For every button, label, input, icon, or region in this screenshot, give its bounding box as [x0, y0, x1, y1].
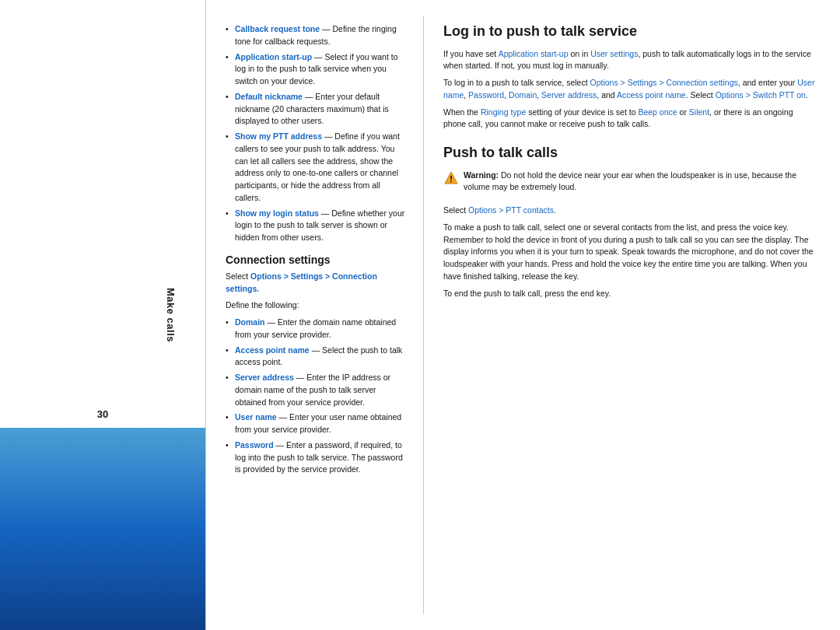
login-section: Log in to push to talk service If you ha… [443, 23, 817, 131]
beep-once-link[interactable]: Beep once [638, 107, 677, 117]
ringing-type-link[interactable]: Ringing type [481, 107, 526, 117]
list-item: Show my login status — Define whether yo… [226, 208, 408, 244]
options-ptt-contacts-link[interactable]: Options > PTT contacts [468, 205, 554, 215]
show-login-link[interactable]: Show my login status [235, 208, 319, 218]
connection-settings-section: Connection settings Select Options > Set… [226, 254, 408, 476]
password-link-r[interactable]: Password [468, 90, 504, 100]
sidebar-label: Make calls [164, 288, 176, 342]
options-settings-conn-link[interactable]: Options > Settings > Connection settings [590, 78, 738, 87]
push-to-talk-title: Push to talk calls [443, 145, 817, 162]
list-item: Password — Enter a password, if required… [226, 439, 408, 476]
server-address-link-r[interactable]: Server address [541, 90, 597, 100]
list-item: Access point name — Select the push to t… [226, 345, 408, 369]
show-ptt-link[interactable]: Show my PTT address [235, 131, 322, 141]
domain-link-r[interactable]: Domain [509, 90, 537, 100]
list-item: Default nickname — Enter your default ni… [226, 91, 408, 128]
default-nickname-link[interactable]: Default nickname [235, 92, 303, 101]
warning-icon: ! [443, 170, 459, 186]
sidebar-label-container: Make calls [164, 288, 176, 342]
ptt-select-text: Select Options > PTT contacts. [443, 205, 817, 217]
sidebar-gradient [0, 428, 205, 630]
page-container: Make calls 30 Callback request tone — De… [0, 0, 840, 630]
app-startup-link[interactable]: Application start-up [235, 52, 312, 61]
list-item: Server address — Enter the IP address or… [226, 372, 408, 408]
list-item: Domain — Enter the domain name obtained … [226, 317, 408, 341]
ptt-instruction-text: To make a push to talk call, select one … [443, 222, 817, 283]
select-options-text: Select Options > Settings > Connection s… [226, 271, 408, 296]
callback-tone-link[interactable]: Callback request tone [235, 24, 320, 33]
ptt-end-text: To end the push to talk call, press the … [443, 288, 817, 300]
domain-link[interactable]: Domain [235, 317, 265, 327]
access-point-link-r[interactable]: Access point name [617, 90, 686, 100]
svg-text:!: ! [450, 174, 453, 184]
login-title: Log in to push to talk service [443, 23, 817, 40]
user-name-link[interactable]: User name [235, 412, 277, 422]
left-column: Callback request tone — Define the ringi… [206, 16, 424, 614]
silent-link[interactable]: Silent [689, 107, 709, 117]
login-para-3: When the Ringing type setting of your de… [443, 107, 817, 131]
server-address-link[interactable]: Server address [235, 373, 294, 382]
right-column: Log in to push to talk service If you ha… [424, 16, 840, 614]
list-item: Callback request tone — Define the ringi… [226, 23, 408, 48]
login-para-2: To log in to a push to talk service, sel… [443, 77, 817, 102]
list-item: Application start-up — Select if you wan… [226, 51, 408, 88]
push-to-talk-section: Push to talk calls ! Warning: Do not hol… [443, 145, 817, 299]
switch-ptt-on-link[interactable]: Options > Switch PTT on [716, 90, 806, 100]
list-item: Show my PTT address — Define if you want… [226, 131, 408, 205]
connection-settings-title: Connection settings [226, 254, 408, 266]
password-link[interactable]: Password [235, 440, 274, 450]
access-point-link[interactable]: Access point name [235, 345, 310, 355]
user-settings-link[interactable]: User settings [590, 49, 638, 58]
list-item: User name — Enter your user name obtaine… [226, 411, 408, 436]
login-para-1: If you have set Application start-up on … [443, 48, 817, 73]
sidebar: Make calls 30 [0, 0, 206, 630]
page-number: 30 [97, 408, 108, 420]
main-bullet-list: Callback request tone — Define the ringi… [226, 23, 408, 244]
define-following-text: Define the following: [226, 299, 408, 312]
connection-settings-list: Domain — Enter the domain name obtained … [226, 317, 408, 476]
warning-box: ! Warning: Do not hold the device near y… [443, 170, 817, 199]
app-startup-link-r[interactable]: Application start-up [499, 49, 569, 58]
warning-text: Warning: Do not hold the device near you… [464, 170, 817, 194]
main-content: Callback request tone — Define the ringi… [206, 0, 840, 630]
